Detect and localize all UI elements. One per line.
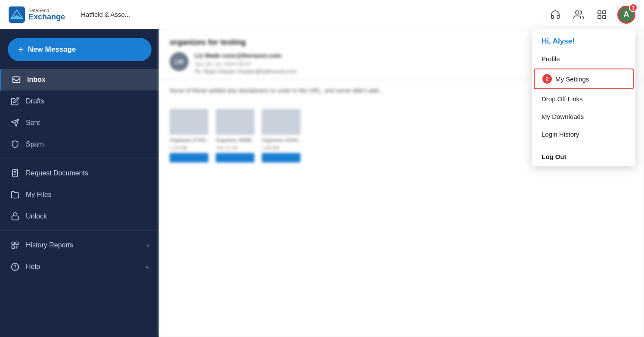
spam-icon bbox=[10, 140, 20, 149]
users-icon-button[interactable] bbox=[571, 7, 586, 22]
logo-safesend: SafeSend bbox=[28, 8, 65, 13]
header: SafeSend Exchange Hatfield & Asso... bbox=[0, 0, 644, 29]
user-avatar-button[interactable]: A 1 bbox=[617, 6, 635, 24]
step-badge-1: 1 bbox=[629, 3, 638, 12]
collapse-icon: « bbox=[146, 263, 149, 270]
dropdown-divider bbox=[532, 145, 635, 145]
svg-rect-6 bbox=[603, 16, 606, 19]
email-to: To: Ryan Harper rharper@hallmount.com bbox=[195, 68, 297, 75]
sidebar-item-inbox[interactable]: Inbox bbox=[0, 69, 159, 90]
svg-rect-15 bbox=[12, 242, 15, 245]
sidebar-item-my-files[interactable]: My Files bbox=[0, 184, 159, 206]
support-icon-button[interactable] bbox=[548, 7, 563, 22]
my-downloads-label: My Downloads bbox=[542, 113, 584, 120]
svg-rect-14 bbox=[12, 216, 19, 220]
sent-icon bbox=[10, 118, 20, 128]
header-company: Hatfield & Asso... bbox=[81, 11, 130, 18]
email-from: Liz Wade conc@therazon.com bbox=[195, 52, 297, 59]
sidebar-item-help[interactable]: Help « bbox=[0, 256, 159, 278]
sidebar-nav: Inbox Drafts Sent Spam bbox=[0, 65, 159, 337]
safesend-logo-icon bbox=[9, 6, 25, 23]
logo-exchange: Exchange bbox=[28, 13, 65, 22]
new-message-button[interactable]: + New Message bbox=[8, 38, 152, 61]
sidebar-item-drafts[interactable]: Drafts bbox=[0, 90, 159, 112]
help-icon bbox=[10, 262, 20, 271]
sent-label: Sent bbox=[26, 119, 40, 127]
apps-icon-button[interactable] bbox=[594, 7, 610, 22]
my-files-label: My Files bbox=[26, 191, 52, 199]
inbox-icon bbox=[12, 75, 21, 84]
sidebar-item-history-reports[interactable]: History Reports › bbox=[0, 234, 159, 256]
sidebar-item-request-documents[interactable]: Request Documents bbox=[0, 162, 159, 184]
drop-off-links-label: Drop Off Links bbox=[542, 95, 583, 103]
inbox-label: Inbox bbox=[27, 76, 46, 84]
spam-label: Spam bbox=[26, 140, 44, 148]
request-docs-icon bbox=[10, 168, 20, 178]
headset-icon bbox=[550, 9, 560, 20]
drafts-label: Drafts bbox=[26, 97, 44, 105]
sidebar-item-spam[interactable]: Spam bbox=[0, 134, 159, 155]
history-icon bbox=[10, 240, 20, 250]
svg-rect-5 bbox=[598, 16, 601, 19]
svg-rect-7 bbox=[13, 77, 20, 82]
unlock-icon bbox=[10, 212, 20, 221]
unlock-label: Unlock bbox=[26, 212, 47, 220]
dropdown-greeting: Hi, Alyse! bbox=[532, 29, 635, 50]
expand-icon: › bbox=[147, 241, 149, 249]
files-icon bbox=[10, 190, 20, 200]
dropdown-item-my-downloads[interactable]: My Downloads bbox=[532, 108, 635, 125]
svg-point-2 bbox=[576, 11, 579, 14]
dropdown-item-profile[interactable]: Profile bbox=[532, 50, 635, 68]
apps-icon bbox=[597, 9, 607, 20]
login-history-label: Login History bbox=[542, 131, 579, 138]
history-reports-label: History Reports bbox=[26, 241, 73, 249]
logo-area: SafeSend Exchange bbox=[9, 6, 65, 23]
sidebar: + New Message Inbox Drafts bbox=[0, 29, 159, 337]
svg-rect-3 bbox=[598, 11, 601, 14]
my-settings-label: My Settings bbox=[555, 75, 589, 83]
svg-rect-17 bbox=[12, 246, 15, 249]
dropdown-menu: Hi, Alyse! Profile 2 My Settings Drop Of… bbox=[532, 29, 635, 166]
logo-text: SafeSend Exchange bbox=[28, 8, 65, 22]
dropdown-item-my-settings[interactable]: 2 My Settings bbox=[534, 69, 634, 89]
drafts-icon bbox=[10, 97, 20, 106]
help-label: Help bbox=[26, 263, 40, 271]
svg-rect-4 bbox=[603, 11, 606, 14]
dropdown-item-drop-off-links[interactable]: Drop Off Links bbox=[532, 90, 635, 108]
svg-rect-16 bbox=[16, 242, 19, 245]
logout-label: Log Out bbox=[542, 153, 566, 160]
profile-label: Profile bbox=[542, 55, 560, 62]
dropdown-item-logout[interactable]: Log Out bbox=[532, 147, 635, 166]
header-divider bbox=[73, 7, 73, 22]
sidebar-divider-2 bbox=[0, 231, 159, 231]
plus-icon: + bbox=[18, 45, 24, 54]
sidebar-item-sent[interactable]: Sent bbox=[0, 112, 159, 134]
users-icon bbox=[573, 9, 584, 20]
sidebar-divider-1 bbox=[0, 159, 159, 159]
header-icons: A 1 bbox=[548, 6, 635, 24]
new-message-label: New Message bbox=[28, 45, 76, 54]
dropdown-item-login-history[interactable]: Login History bbox=[532, 125, 635, 143]
request-documents-label: Request Documents bbox=[26, 169, 88, 177]
sender-avatar: LW bbox=[170, 52, 189, 71]
svg-rect-0 bbox=[9, 6, 25, 23]
step-badge-2: 2 bbox=[542, 74, 552, 84]
sidebar-item-unlock[interactable]: Unlock bbox=[0, 206, 159, 227]
avatar-initial: A bbox=[624, 10, 629, 19]
email-date: Jun 18, 13, 2024 06:47 bbox=[195, 61, 297, 67]
